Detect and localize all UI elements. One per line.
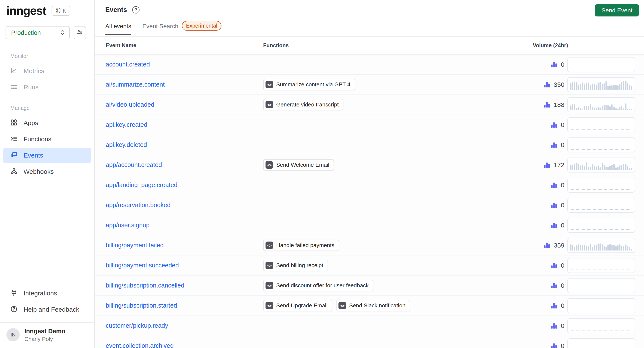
volume-count: 359 (554, 242, 564, 249)
function-badge[interactable]: <>Send discount offer for user feedback (263, 280, 373, 291)
sparkline-bar (623, 246, 624, 251)
sidebar-item-runs[interactable]: Runs (3, 80, 91, 95)
event-name-link[interactable]: ai/video.uploaded (106, 101, 154, 108)
event-name-link[interactable]: billing/subscription.started (106, 302, 177, 309)
volume-count-group: 0 (533, 322, 564, 330)
event-name-link[interactable]: customer/pickup.ready (106, 322, 168, 329)
sparkline-bar (598, 107, 599, 110)
sidebar-item-functions[interactable]: Functions (3, 132, 91, 147)
function-badge[interactable]: <>Send Welcome Email (263, 159, 334, 171)
bar-chart-icon (550, 342, 558, 348)
event-name-cell: billing/subscription.started (95, 302, 263, 309)
section-label-monitor: Monitor (3, 48, 91, 62)
volume-count: 0 (561, 262, 564, 269)
command-k-shortcut[interactable]: ⌘ K (52, 6, 70, 16)
sparkline-bar (613, 245, 614, 251)
table-body: account.created0ai/summarize.content<>Su… (95, 54, 644, 348)
volume-count-group: 0 (533, 262, 564, 269)
sidebar-item-metrics[interactable]: Metrics (3, 63, 91, 78)
chevron-updown-icon (60, 29, 66, 36)
bar-chart-icon (550, 121, 558, 129)
function-badge-label: Send Slack notification (349, 302, 406, 309)
help-icon[interactable]: ? (132, 6, 140, 13)
environment-filter-button[interactable] (74, 26, 86, 39)
environment-select[interactable]: Production (6, 26, 70, 39)
sparkline-bar (615, 167, 616, 170)
event-name-link[interactable]: billing/payment.failed (106, 242, 164, 249)
sparkline-bar (629, 109, 630, 110)
sparkline-bar (570, 165, 572, 170)
event-name-cell: api.key.deleted (95, 141, 263, 148)
sparkline-bar (588, 82, 589, 90)
event-name-link[interactable]: app/reservation.booked (106, 202, 170, 208)
event-name-link[interactable]: app/landing_page.created (106, 181, 177, 188)
function-badge[interactable]: <>Summarize content via GPT-4 (263, 79, 355, 90)
event-name-link[interactable]: app/account.created (106, 161, 162, 168)
event-name-link[interactable]: api.key.created (106, 121, 148, 128)
volume-cell: 0 (533, 218, 644, 233)
functions-cell: <>Generate video transcript (263, 99, 533, 110)
function-badge-label: Send billing receipt (276, 262, 323, 269)
sidebar-item-events[interactable]: Events (3, 148, 91, 163)
sparkline-zero-line (570, 69, 632, 69)
sparkline-bar (625, 103, 626, 110)
code-icon: <> (266, 161, 273, 169)
volume-sparkline (568, 258, 635, 273)
event-name-link[interactable]: billing/subscription.cancelled (106, 282, 184, 289)
sparkline-bar (609, 106, 610, 110)
function-badge[interactable]: <>Send Upgrade Email (263, 300, 332, 311)
sparkline-zero-line (570, 149, 632, 150)
table-row: event.collection.archived0 (95, 336, 644, 348)
function-badge[interactable]: <>Generate video transcript (263, 99, 344, 110)
sparkline-bar (576, 245, 577, 251)
event-name-link[interactable]: ai/summarize.content (106, 81, 165, 88)
sidebar-item-apps[interactable]: Apps (3, 115, 91, 130)
avatar: IN (6, 328, 20, 341)
sparkline-bar (617, 167, 618, 170)
bar-chart-icon (550, 141, 558, 149)
bar-chart-icon (550, 302, 558, 310)
function-badge-label: Send Upgrade Email (276, 302, 328, 309)
table-row: api.key.created0 (95, 115, 644, 135)
volume-sparkline (568, 318, 635, 333)
send-event-button[interactable]: Send Event (595, 4, 639, 16)
sparkline-bar (580, 84, 581, 90)
event-name-link[interactable]: account.created (106, 61, 150, 68)
sparkline-bar (627, 246, 628, 251)
tab-event-search[interactable]: Event Search Experimental (142, 21, 222, 36)
sparkline-bar (619, 165, 620, 170)
event-name-link[interactable]: event.collection.archived (106, 342, 174, 348)
sparkline-bar (586, 83, 587, 90)
sparkline-bar (598, 244, 599, 251)
sparkline-bar (598, 83, 599, 90)
sidebar-item-integrations[interactable]: Integrations (3, 286, 91, 301)
sparkline-bar (588, 246, 589, 251)
sidebar-item-help-feedback[interactable]: Help and Feedback (3, 302, 91, 317)
function-badge[interactable]: <>Send Slack notification (336, 300, 410, 311)
sidebar-footer: Integrations Help and Feedback (0, 285, 94, 322)
function-badge[interactable]: <>Handle failed payments (263, 240, 339, 251)
event-name-cell: app/account.created (95, 161, 263, 168)
volume-cell: 0 (533, 57, 644, 72)
sparkline-bar (617, 85, 618, 90)
function-badge[interactable]: <>Send billing receipt (263, 260, 328, 271)
sparkline-bar (574, 164, 575, 170)
event-name-cell: billing/subscription.cancelled (95, 282, 263, 289)
event-name-link[interactable]: api.key.deleted (106, 141, 147, 148)
event-name-link[interactable]: billing/payment.succeeded (106, 262, 179, 269)
sparkline-bar (604, 165, 605, 170)
table-row: billing/payment.succeeded<>Send billing … (95, 256, 644, 276)
sparkline-bar (596, 167, 597, 170)
chart-line-icon (10, 67, 18, 75)
sparkline-bar (608, 86, 609, 90)
sparkline-bar (578, 244, 580, 251)
volume-cell: 0 (533, 117, 644, 132)
event-name-link[interactable]: app/user.signup (106, 222, 150, 229)
volume-count-group: 359 (533, 242, 564, 249)
sidebar-item-webhooks[interactable]: Webhooks (3, 164, 91, 179)
sparkline-bar (586, 246, 587, 251)
tab-all-events[interactable]: All events (105, 23, 131, 34)
sparkline-bar (586, 106, 587, 110)
user-menu[interactable]: IN Inngest Demo Charly Poly (0, 322, 94, 348)
help-circle-icon (10, 306, 18, 314)
